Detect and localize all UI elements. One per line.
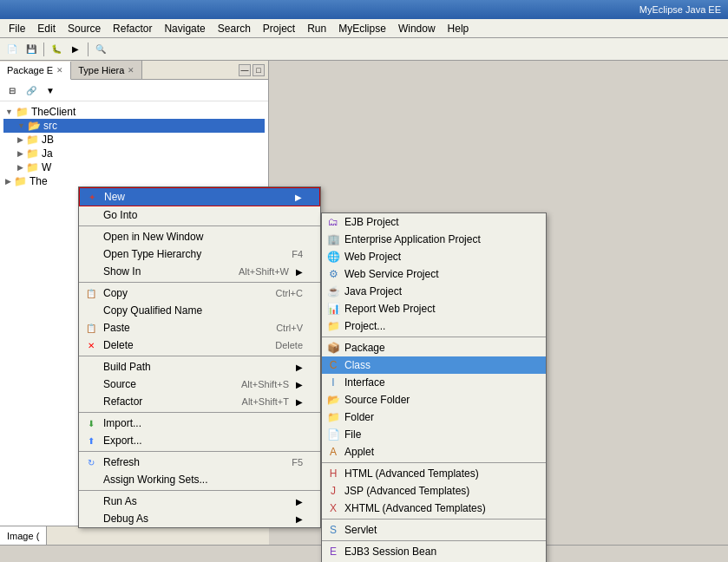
cm-show-in[interactable]: Show In Alt+Shift+W ▶ <box>79 263 320 280</box>
menu-source[interactable]: Source <box>62 21 106 36</box>
menu-help[interactable]: Help <box>443 21 475 36</box>
cm-new[interactable]: ✦ New ▶ <box>79 187 320 206</box>
cm-source-shortcut: Alt+Shift+S <box>241 379 289 389</box>
icon-source-folder: 📂 <box>325 392 341 408</box>
menu-file[interactable]: File <box>3 21 30 36</box>
sm-web-project[interactable]: 🌐 Web Project <box>322 248 546 265</box>
tab-type-close[interactable]: ✕ <box>128 66 134 75</box>
tree-item-src[interactable]: ▼ 📂 src <box>3 119 265 133</box>
sm-enterprise-app[interactable]: 🏢 Enterprise Application Project <box>322 231 546 248</box>
run-button[interactable]: ▶ <box>67 41 84 58</box>
menu-project[interactable]: Project <box>258 21 300 36</box>
sm-folder[interactable]: 📁 Folder <box>322 408 546 426</box>
cm-copy-label: Copy <box>103 287 128 299</box>
icon-project: 📁 <box>325 318 341 334</box>
icon-new: ✦ <box>85 190 99 204</box>
sm-project[interactable]: 📁 Project... <box>322 317 546 335</box>
sm-html[interactable]: H HTML (Advanced Templates) <box>322 465 546 482</box>
icon-package: 📦 <box>325 340 341 356</box>
cm-import[interactable]: ⬇ Import... <box>79 415 320 432</box>
menu-myeclipse[interactable]: MyEclipse <box>333 21 391 36</box>
menu-edit[interactable]: Edit <box>32 21 61 36</box>
cm-sep-1 <box>79 225 320 226</box>
sm-jsp[interactable]: J JSP (Advanced Templates) <box>322 482 546 500</box>
cm-copy-qualified[interactable]: Copy Qualified Name <box>79 302 320 319</box>
sm-interface[interactable]: I Interface <box>322 374 546 391</box>
icon-enterprise-app: 🏢 <box>325 232 341 247</box>
sm-interface-label: Interface <box>344 376 385 389</box>
tree-item-ja[interactable]: ▶ 📁 Ja <box>3 147 265 160</box>
sm-web-service[interactable]: ⚙ Web Service Project <box>322 265 546 283</box>
tab-package-close[interactable]: ✕ <box>56 66 63 75</box>
cm-source[interactable]: Source Alt+Shift+S ▶ <box>79 376 320 393</box>
sm-applet[interactable]: A Applet <box>322 443 546 461</box>
view-menu[interactable]: ▼ <box>42 82 59 99</box>
menu-refactor[interactable]: Refactor <box>108 21 157 36</box>
icon-refresh: ↻ <box>84 455 98 469</box>
context-menu: ✦ New ▶ Go Into Open in New Window Open … <box>78 186 321 528</box>
save-button[interactable]: 💾 <box>23 41 40 58</box>
submenu-new: 🗂 EJB Project 🏢 Enterprise Application P… <box>321 212 547 562</box>
link-editor[interactable]: 🔗 <box>23 82 40 99</box>
tab-type-hierarchy[interactable]: Type Hiera ✕ <box>71 61 142 79</box>
icon-class: C <box>325 357 341 373</box>
cm-assign-working-sets[interactable]: Assign Working Sets... <box>79 471 320 488</box>
cm-open-type-hierarchy[interactable]: Open Type Hierarchy F4 <box>79 245 320 263</box>
debug-button[interactable]: 🐛 <box>48 41 65 58</box>
cm-debug-as-arrow: ▶ <box>296 514 303 524</box>
bottom-tabs: Image ( <box>0 526 269 545</box>
cm-refactor[interactable]: Refactor Alt+Shift+T ▶ <box>79 393 320 410</box>
sm-package[interactable]: 📦 Package <box>322 339 546 356</box>
sm-servlet-label: Servlet <box>344 524 377 536</box>
menu-run[interactable]: Run <box>302 21 331 36</box>
icon-applet: A <box>325 444 341 460</box>
sm-applet-label: Applet <box>344 446 374 458</box>
menu-window[interactable]: Window <box>393 21 441 36</box>
icon-servlet: S <box>325 522 341 538</box>
sm-java-project[interactable]: ☕ Java Project <box>322 283 546 300</box>
bottom-tab-image[interactable]: Image ( <box>0 526 47 545</box>
cm-export[interactable]: ⬆ Export... <box>79 432 320 449</box>
sm-sep-4 <box>322 540 546 541</box>
tab-package-explorer[interactable]: Package E ✕ <box>0 62 71 80</box>
sm-ejb3-session[interactable]: E EJB3 Session Bean <box>322 543 546 560</box>
sm-source-folder[interactable]: 📂 Source Folder <box>322 391 546 408</box>
sm-class[interactable]: C Class <box>322 356 546 374</box>
cm-gointo[interactable]: Go Into <box>79 206 320 224</box>
tree-item-theclient[interactable]: ▼ 📁 TheClient <box>3 105 265 119</box>
sm-xhtml[interactable]: X XHTML (Advanced Templates) <box>322 500 546 517</box>
sm-file[interactable]: 📄 File <box>322 426 546 443</box>
icon-interface: I <box>325 375 341 390</box>
collapse-all[interactable]: ⊟ <box>3 82 21 99</box>
new-button[interactable]: 📄 <box>3 41 21 58</box>
cm-open-new-window[interactable]: Open in New Window <box>79 228 320 245</box>
cm-debug-as[interactable]: Debug As ▶ <box>79 510 320 527</box>
cm-build-path[interactable]: Build Path ▶ <box>79 358 320 376</box>
cm-new-arrow: ▶ <box>295 193 302 202</box>
tree-item-w[interactable]: ▶ 📁 W <box>3 160 265 174</box>
tree-item-jb[interactable]: ▶ 📁 JB <box>3 133 265 147</box>
tab-strip: Package E ✕ Type Hiera ✕ — □ <box>0 61 268 80</box>
title-text: MyEclipse Java EE <box>639 4 721 15</box>
cm-copy[interactable]: 📋 Copy Ctrl+C <box>79 284 320 302</box>
cm-delete[interactable]: ✕ Delete Delete <box>79 337 320 354</box>
cm-run-as[interactable]: Run As ▶ <box>79 493 320 510</box>
cm-assign-working-sets-label: Assign Working Sets... <box>103 474 208 486</box>
menu-navigate[interactable]: Navigate <box>159 21 210 36</box>
sm-web-project-label: Web Project <box>344 251 401 263</box>
sm-servlet[interactable]: S Servlet <box>322 521 546 539</box>
cm-paste-label: Paste <box>103 322 130 334</box>
sm-class-label: Class <box>344 359 371 371</box>
sm-jsp-label: JSP (Advanced Templates) <box>344 485 469 497</box>
icon-jsp: J <box>325 483 341 499</box>
sm-report-web[interactable]: 📊 Report Web Project <box>322 300 546 317</box>
menu-search[interactable]: Search <box>213 21 256 36</box>
cm-paste[interactable]: 📋 Paste Ctrl+V <box>79 319 320 337</box>
search-button[interactable]: 🔍 <box>92 41 109 58</box>
minimize-panel[interactable]: — <box>239 64 251 76</box>
toolbar-sep-1 <box>43 42 44 56</box>
icon-xhtml: X <box>325 500 341 516</box>
sm-ejb-project[interactable]: 🗂 EJB Project <box>322 213 546 231</box>
cm-refresh[interactable]: ↻ Refresh F5 <box>79 454 320 471</box>
maximize-panel[interactable]: □ <box>253 64 265 76</box>
